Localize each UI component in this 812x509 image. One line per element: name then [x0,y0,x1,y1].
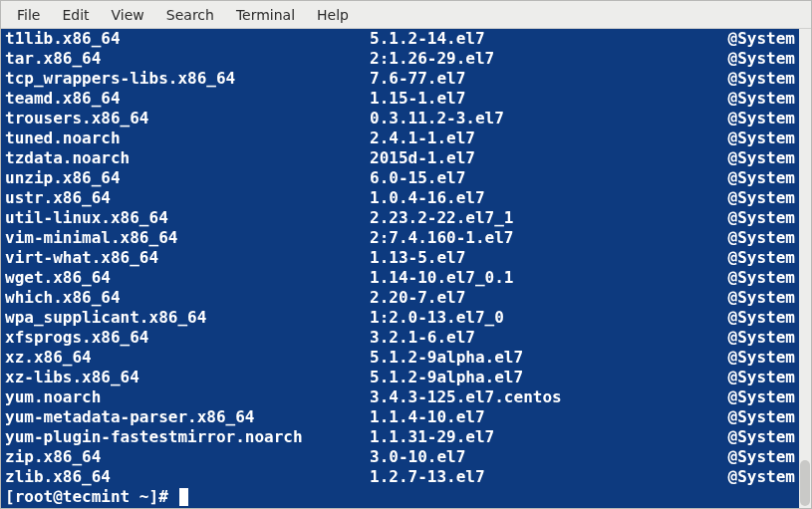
package-version: 1.13-5.el7 [370,248,725,268]
package-repo: @System [725,328,795,348]
package-repo: @System [725,89,795,109]
menubar: File Edit View Search Terminal Help [1,1,811,29]
package-row: teamd.x86_641.15-1.el7@System [5,89,795,109]
package-version: 1.15-1.el7 [370,89,725,109]
package-name: xz.x86_64 [5,348,370,368]
package-name: yum.noarch [5,387,370,407]
package-name: virt-what.x86_64 [5,248,370,268]
package-row: ustr.x86_641.0.4-16.el7@System [5,188,795,208]
cursor [179,488,188,506]
package-name: wget.x86_64 [5,268,370,288]
package-row: unzip.x86_646.0-15.el7@System [5,168,795,188]
package-row: tzdata.noarch2015d-1.el7@System [5,148,795,168]
package-row: tar.x86_642:1.26-29.el7@System [5,49,795,69]
package-repo: @System [725,168,795,188]
package-repo: @System [725,228,795,248]
menu-file[interactable]: File [7,3,50,27]
prompt-line[interactable]: [root@tecmint ~]# [5,487,795,507]
package-name: util-linux.x86_64 [5,208,370,228]
package-row: zip.x86_643.0-10.el7@System [5,447,795,467]
menu-edit[interactable]: Edit [52,3,99,27]
package-repo: @System [725,467,795,487]
package-row: tcp_wrappers-libs.x86_647.6-77.el7@Syste… [5,69,795,89]
shell-prompt: [root@tecmint ~]# [5,487,177,507]
package-name: wpa_supplicant.x86_64 [5,308,370,328]
package-row: xz-libs.x86_645.1.2-9alpha.el7@System [5,368,795,387]
menu-search[interactable]: Search [156,3,224,27]
menu-view[interactable]: View [102,3,154,27]
package-repo: @System [725,427,795,447]
package-repo: @System [725,447,795,467]
package-version: 7.6-77.el7 [370,69,725,89]
package-row: yum.noarch3.4.3-125.el7.centos@System [5,387,795,407]
terminal-window: File Edit View Search Terminal Help t1li… [0,0,812,509]
package-repo: @System [725,387,795,407]
package-version: 2:7.4.160-1.el7 [370,228,725,248]
package-name: tuned.noarch [5,128,370,148]
scrollbar-thumb[interactable] [800,460,810,506]
package-name: trousers.x86_64 [5,109,370,128]
package-name: vim-minimal.x86_64 [5,228,370,248]
package-row: xz.x86_645.1.2-9alpha.el7@System [5,348,795,368]
package-row: xfsprogs.x86_643.2.1-6.el7@System [5,328,795,348]
package-name: t1lib.x86_64 [5,29,370,49]
package-name: tzdata.noarch [5,148,370,168]
package-version: 5.1.2-9alpha.el7 [370,348,725,368]
package-name: yum-plugin-fastestmirror.noarch [5,427,370,447]
package-version: 1.14-10.el7_0.1 [370,268,725,288]
package-row: trousers.x86_640.3.11.2-3.el7@System [5,109,795,128]
scrollbar[interactable] [799,29,811,508]
package-name: ustr.x86_64 [5,188,370,208]
package-repo: @System [725,128,795,148]
package-name: unzip.x86_64 [5,168,370,188]
menu-terminal[interactable]: Terminal [226,3,305,27]
package-repo: @System [725,348,795,368]
package-repo: @System [725,49,795,69]
package-row: virt-what.x86_641.13-5.el7@System [5,248,795,268]
package-version: 2:1.26-29.el7 [370,49,725,69]
package-version: 3.4.3-125.el7.centos [370,387,725,407]
package-name: zlib.x86_64 [5,467,370,487]
package-repo: @System [725,308,795,328]
package-version: 2.20-7.el7 [370,288,725,308]
package-version: 1.1.31-29.el7 [370,427,725,447]
package-version: 1.2.7-13.el7 [370,467,725,487]
package-repo: @System [725,109,795,128]
package-name: zip.x86_64 [5,447,370,467]
package-repo: @System [725,208,795,228]
package-version: 1.0.4-16.el7 [370,188,725,208]
package-version: 1:2.0-13.el7_0 [370,308,725,328]
package-name: tar.x86_64 [5,49,370,69]
package-version: 2.23.2-22.el7_1 [370,208,725,228]
terminal-output[interactable]: t1lib.x86_645.1.2-14.el7@Systemtar.x86_6… [1,29,799,508]
package-version: 2015d-1.el7 [370,148,725,168]
package-row: tuned.noarch2.4.1-1.el7@System [5,128,795,148]
package-name: yum-metadata-parser.x86_64 [5,407,370,427]
package-version: 1.1.4-10.el7 [370,407,725,427]
package-name: xfsprogs.x86_64 [5,328,370,348]
package-repo: @System [725,29,795,49]
package-version: 3.0-10.el7 [370,447,725,467]
package-row: t1lib.x86_645.1.2-14.el7@System [5,29,795,49]
package-name: tcp_wrappers-libs.x86_64 [5,69,370,89]
package-repo: @System [725,288,795,308]
package-repo: @System [725,407,795,427]
package-row: util-linux.x86_642.23.2-22.el7_1@System [5,208,795,228]
package-version: 5.1.2-14.el7 [370,29,725,49]
package-name: xz-libs.x86_64 [5,368,370,387]
package-row: wget.x86_641.14-10.el7_0.1@System [5,268,795,288]
package-row: zlib.x86_641.2.7-13.el7@System [5,467,795,487]
package-row: yum-metadata-parser.x86_641.1.4-10.el7@S… [5,407,795,427]
package-row: vim-minimal.x86_642:7.4.160-1.el7@System [5,228,795,248]
package-repo: @System [725,69,795,89]
package-row: which.x86_642.20-7.el7@System [5,288,795,308]
package-row: wpa_supplicant.x86_641:2.0-13.el7_0@Syst… [5,308,795,328]
package-name: which.x86_64 [5,288,370,308]
menu-help[interactable]: Help [307,3,359,27]
package-version: 6.0-15.el7 [370,168,725,188]
package-repo: @System [725,148,795,168]
terminal-area: t1lib.x86_645.1.2-14.el7@Systemtar.x86_6… [1,29,811,508]
package-version: 2.4.1-1.el7 [370,128,725,148]
package-version: 0.3.11.2-3.el7 [370,109,725,128]
package-row: yum-plugin-fastestmirror.noarch1.1.31-29… [5,427,795,447]
